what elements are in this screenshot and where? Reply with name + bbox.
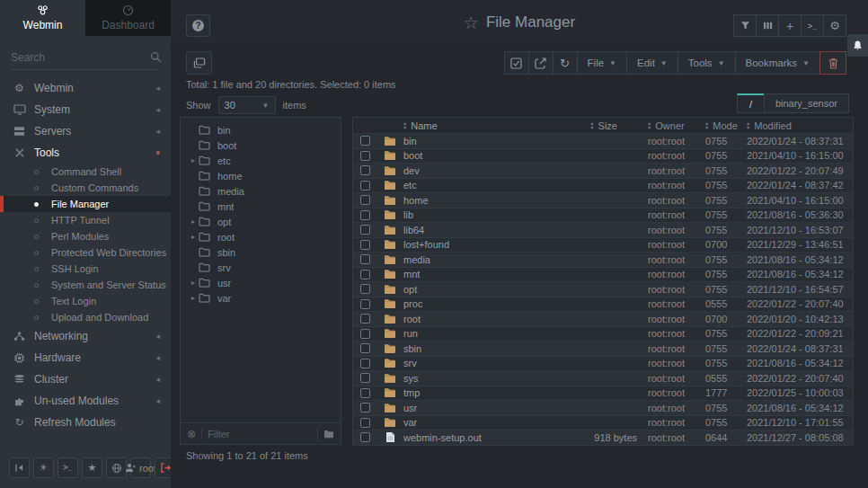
expand-arrow-icon[interactable]: ▸: [188, 217, 199, 226]
cell-name[interactable]: lost+found: [403, 239, 567, 250]
bookmarks-menu-button[interactable]: Bookmarks▼: [735, 51, 820, 75]
user-button[interactable]: root: [130, 457, 151, 478]
table-row[interactable]: usrroot:root07552021/08/16 - 05:34:12: [353, 401, 853, 416]
refresh-button[interactable]: ↻: [553, 51, 578, 75]
sidebar-item-system-and-server-status[interactable]: System and Server Status: [0, 277, 171, 293]
cell-name[interactable]: home: [403, 195, 567, 206]
table-row[interactable]: bootroot:root07552021/04/10 - 16:15:00: [353, 149, 853, 164]
table-row[interactable]: binroot:root07552022/01/24 - 08:37:31: [353, 134, 853, 149]
row-checkbox[interactable]: [360, 403, 370, 413]
tree-item-boot[interactable]: boot: [181, 138, 341, 153]
tree-item-opt[interactable]: ▸opt: [181, 214, 341, 229]
table-row[interactable]: homeroot:root07552021/04/10 - 16:15:00: [353, 193, 853, 209]
table-row[interactable]: tmproot:root17772022/01/25 - 10:00:03: [353, 386, 853, 402]
table-row[interactable]: sysroot:root05552022/01/22 - 20:07:40: [353, 371, 853, 386]
sort-icon[interactable]: ▴▾: [403, 121, 406, 129]
sort-icon[interactable]: ▴▾: [705, 121, 708, 129]
notifications-button[interactable]: [847, 34, 868, 57]
tree-item-root[interactable]: ▸root: [181, 229, 341, 244]
row-checkbox[interactable]: [360, 388, 370, 398]
cell-name[interactable]: dev: [403, 165, 567, 176]
sidebar-item-tools[interactable]: Tools▾: [0, 142, 171, 164]
row-checkbox[interactable]: [360, 254, 370, 264]
select-all-button[interactable]: [504, 51, 529, 75]
cell-name[interactable]: sbin: [403, 343, 567, 354]
row-checkbox[interactable]: [360, 299, 370, 309]
sidebar-item-refresh-modules[interactable]: ↻Refresh Modules: [0, 412, 171, 433]
tree-item-bin[interactable]: bin: [181, 122, 341, 138]
row-checkbox[interactable]: [360, 136, 370, 146]
cell-name[interactable]: root: [403, 314, 567, 324]
row-checkbox[interactable]: [360, 270, 370, 279]
sidebar-item-webmin[interactable]: ⚙Webmin◂: [0, 77, 171, 99]
table-row[interactable]: lost+foundroot:root07002021/12/29 - 13:4…: [353, 238, 853, 253]
trash-button[interactable]: [819, 51, 846, 75]
sidebar-item-perl-modules[interactable]: Perl Modules: [0, 228, 171, 244]
clear-filter-icon[interactable]: ⊗: [187, 429, 196, 439]
row-checkbox[interactable]: [360, 432, 370, 442]
tree-filter-input[interactable]: Filter: [201, 428, 312, 440]
table-row[interactable]: runroot:root07552022/01/22 - 20:09:21: [353, 327, 853, 342]
tree-item-usr[interactable]: ▸usr: [181, 275, 341, 290]
edit-menu-button[interactable]: Edit▼: [626, 51, 678, 75]
sidebar-item-hardware[interactable]: Hardware◂: [0, 347, 171, 368]
table-row[interactable]: optroot:root07552021/12/10 - 16:54:57: [353, 282, 853, 297]
cell-name[interactable]: sys: [403, 373, 567, 384]
tree-item-srv[interactable]: srv: [181, 260, 341, 275]
shell-button[interactable]: >_: [801, 14, 824, 37]
file-menu-button[interactable]: File▼: [577, 51, 627, 75]
export-button[interactable]: [528, 51, 554, 75]
column-header-size[interactable]: ▴▾Size: [567, 120, 648, 131]
sidebar-item-file-manager[interactable]: File Manager: [0, 196, 171, 212]
cell-name[interactable]: boot: [403, 150, 567, 161]
tree-item-media[interactable]: media: [181, 183, 341, 199]
cell-name[interactable]: lib: [403, 209, 567, 220]
tree-item-home[interactable]: home: [181, 168, 341, 183]
row-checkbox[interactable]: [360, 181, 370, 191]
sidebar-item-protected-web-directories[interactable]: Protected Web Directories: [0, 244, 171, 261]
table-row[interactable]: srvroot:root07552021/08/16 - 05:34:12: [353, 357, 853, 372]
expand-arrow-icon[interactable]: ▸: [188, 233, 199, 241]
expand-arrow-icon[interactable]: ▸: [188, 294, 199, 302]
row-checkbox[interactable]: [360, 418, 370, 428]
table-row[interactable]: lib64root:root07552021/12/10 - 16:53:07: [353, 223, 853, 238]
switch-view-button[interactable]: [186, 51, 212, 75]
language-button[interactable]: [106, 457, 127, 478]
sidebar-item-servers[interactable]: Servers◂: [0, 120, 171, 142]
row-checkbox[interactable]: [360, 373, 370, 383]
cell-name[interactable]: webmin-setup.out: [403, 432, 567, 443]
table-row[interactable]: libroot:root07552021/08/16 - 05:36:30: [353, 209, 853, 224]
row-checkbox[interactable]: [360, 240, 370, 250]
tree-item-sbin[interactable]: sbin: [181, 244, 341, 260]
folder-select-icon[interactable]: [317, 427, 334, 441]
row-checkbox[interactable]: [360, 314, 370, 324]
sidebar-item-text-login[interactable]: Text Login: [0, 293, 171, 309]
row-checkbox[interactable]: [360, 343, 370, 353]
cell-name[interactable]: media: [403, 254, 567, 265]
add-button[interactable]: +: [778, 14, 802, 37]
row-checkbox[interactable]: [360, 151, 370, 161]
table-row[interactable]: webmin-setup.out918 bytesroot:root064420…: [353, 430, 853, 446]
table-row[interactable]: varroot:root07552021/12/10 - 17:01:55: [353, 416, 853, 431]
expand-arrow-icon[interactable]: ▸: [188, 156, 199, 164]
columns-button[interactable]: [756, 14, 779, 37]
settings-button[interactable]: ⚙: [823, 14, 846, 37]
sidebar-item-custom-commands[interactable]: Custom Commands: [0, 180, 171, 196]
expand-arrow-icon[interactable]: ▸: [188, 279, 199, 287]
cell-name[interactable]: etc: [403, 180, 567, 191]
cell-name[interactable]: bin: [403, 136, 567, 146]
column-header-owner[interactable]: ▴▾Owner: [648, 120, 705, 131]
sidebar-item-upload-and-download[interactable]: Upload and Download: [0, 309, 171, 325]
tree-item-etc[interactable]: ▸etc: [181, 153, 341, 168]
page-size-select[interactable]: 30 ▼: [218, 96, 276, 114]
sidebar-item-cluster[interactable]: Cluster◂: [0, 368, 171, 390]
sort-icon[interactable]: ▴▾: [648, 121, 651, 129]
table-row[interactable]: rootroot:root07002022/01/20 - 10:42:13: [353, 312, 853, 327]
tab-dashboard[interactable]: Dashboard: [85, 0, 171, 36]
row-checkbox[interactable]: [360, 165, 370, 175]
tab-webmin[interactable]: Webmin: [0, 0, 85, 36]
tree-item-var[interactable]: ▸var: [181, 290, 341, 306]
cell-name[interactable]: mnt: [403, 269, 567, 279]
sidebar-item-http-tunnel[interactable]: HTTP Tunnel: [0, 212, 171, 228]
sidebar-item-ssh-login[interactable]: SSH Login: [0, 261, 171, 277]
